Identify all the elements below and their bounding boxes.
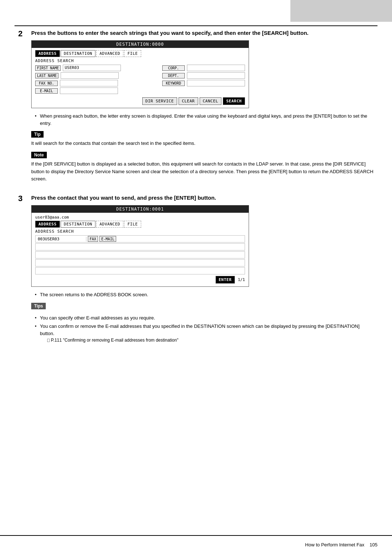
- tab-address-1[interactable]: ADDRESS: [35, 50, 60, 57]
- tip-item-1: You can specify other E-mail addresses a…: [35, 314, 374, 322]
- step-2-bullets: When pressing each button, the letter en…: [35, 113, 374, 127]
- input-faxno[interactable]: [60, 80, 118, 86]
- book-ref-icon: ⎕: [47, 338, 50, 342]
- step-3-bullet-1: The screen returns to the ADDRESS BOOK s…: [35, 291, 374, 298]
- top-rule: [15, 25, 377, 26]
- step-3-bullets: The screen returns to the ADDRESS BOOK s…: [35, 291, 374, 298]
- tab-address-2[interactable]: ADDRESS: [35, 221, 60, 228]
- btn-cancel[interactable]: CANCEL: [200, 97, 222, 105]
- form-right: CORP. DEPT. KEYWORD: [162, 65, 245, 95]
- screen-mockup-1: DESTINATION:0000 ADDRESS DESTINATION ADV…: [31, 40, 249, 108]
- tip-section: Tip It will search for the contacts that…: [31, 131, 374, 147]
- btn-row-1: DIR SERVICE CLEAR CANCEL SEARCH: [35, 97, 245, 105]
- screen-title-2: DESTINATION:0001: [32, 205, 249, 213]
- step-3-content: Press the contact that you want to send,…: [31, 194, 374, 348]
- label-corp: CORP.: [162, 65, 185, 71]
- step-2: 2 Press the buttons to enter the search …: [18, 29, 374, 187]
- note-text: If the [DIR SERVICE] button is displayed…: [31, 160, 374, 183]
- btn-enter[interactable]: ENTER: [216, 276, 235, 284]
- tips-label: Tips: [31, 303, 46, 309]
- form-row-email: E-MAIL: [35, 87, 159, 94]
- input-email[interactable]: [60, 87, 118, 94]
- step-2-title: Press the buttons to enter the search st…: [31, 29, 374, 37]
- tab-advanced-2[interactable]: ADVANCED: [96, 221, 123, 228]
- btn-clear[interactable]: CLEAR: [179, 97, 198, 105]
- section-label-1: ADDRESS SEARCH: [35, 58, 245, 63]
- input-lastname[interactable]: [61, 72, 119, 79]
- label-dept: DEPT.: [162, 73, 185, 78]
- tab-file-2[interactable]: FILE: [124, 221, 141, 228]
- content: 2 Press the buttons to enter the search …: [18, 29, 374, 532]
- step-2-content: Press the buttons to enter the search st…: [31, 29, 374, 187]
- screen-body-2: user03@aaa.com ADDRESS DESTINATION ADVAN…: [32, 213, 249, 286]
- result-row-3[interactable]: [35, 251, 245, 258]
- input-firstname[interactable]: USER03: [63, 65, 121, 71]
- label-lastname: LAST NAME: [35, 73, 58, 78]
- form-row-keyword: KEYWORD: [162, 80, 245, 86]
- page-footer: How to Perform Internet Fax 105: [305, 542, 377, 547]
- tip-item-2: You can confirm or remove the E-mail add…: [35, 323, 374, 343]
- result-row-2[interactable]: [35, 243, 245, 250]
- screen-title-1: DESTINATION:0000: [32, 41, 249, 48]
- form-row-dept: DEPT.: [162, 72, 245, 79]
- tab-destination-2[interactable]: DESTINATION: [61, 221, 95, 228]
- result-row-1[interactable]: 003USER03 FAX E-MAIL: [35, 235, 245, 243]
- section-label-2: ADDRESS SEARCH: [35, 229, 245, 234]
- result-tag-fax[interactable]: FAX: [88, 236, 98, 242]
- input-keyword[interactable]: [187, 80, 245, 86]
- form-row-lastname: LAST NAME: [35, 72, 159, 79]
- tip-text: It will search for the contacts that con…: [31, 140, 374, 147]
- tab-destination-1[interactable]: DESTINATION: [61, 50, 95, 57]
- form-left: FIRST NAME USER03 LAST NAME FAX NO.: [35, 65, 159, 95]
- tips-list: You can specify other E-mail addresses a…: [35, 314, 374, 344]
- step-2-number: 2: [18, 29, 31, 38]
- result-tag-email[interactable]: E-MAIL: [99, 236, 116, 242]
- result-row-5[interactable]: [35, 267, 245, 274]
- top-bar: [290, 0, 392, 22]
- book-ref: ⎕ P.111 "Confirming or removing E-mail a…: [47, 337, 374, 343]
- step-3-title: Press the contact that you want to send,…: [31, 194, 374, 201]
- form-row-faxno: FAX NO.: [35, 80, 159, 86]
- label-firstname: FIRST NAME: [35, 65, 61, 71]
- tab-bar-2: ADDRESS DESTINATION ADVANCED FILE: [35, 221, 245, 228]
- user-email: user03@aaa.com: [35, 215, 245, 220]
- enter-row: ENTER 1/1: [35, 276, 245, 284]
- btn-dir-service[interactable]: DIR SERVICE: [142, 97, 177, 105]
- form-row-firstname: FIRST NAME USER03: [35, 65, 159, 71]
- step-2-bullet-1: When pressing each button, the letter en…: [35, 113, 374, 127]
- tab-advanced-1[interactable]: ADVANCED: [96, 50, 123, 57]
- bottom-rule: [0, 535, 392, 536]
- footer-page: 105: [369, 542, 377, 547]
- note-section: Note If the [DIR SERVICE] button is disp…: [31, 152, 374, 183]
- step-3-number: 3: [18, 194, 31, 203]
- label-faxno: FAX NO.: [35, 81, 58, 86]
- result-name-1: 003USER03: [36, 237, 86, 241]
- label-email: E-MAIL: [35, 88, 58, 94]
- tab-file-1[interactable]: FILE: [124, 50, 141, 57]
- tips-section: Tips You can specify other E-mail addres…: [31, 303, 374, 344]
- label-keyword: KEYWORD: [162, 81, 185, 86]
- result-row-4[interactable]: [35, 259, 245, 266]
- screen-body-1: ADDRESS DESTINATION ADVANCED FILE ADDRES…: [32, 48, 249, 108]
- step-3: 3 Press the contact that you want to sen…: [18, 194, 374, 348]
- note-label: Note: [31, 152, 47, 158]
- form-columns: FIRST NAME USER03 LAST NAME FAX NO.: [35, 65, 245, 95]
- screen-mockup-2: DESTINATION:0001 user03@aaa.com ADDRESS …: [31, 205, 249, 287]
- page-indicator: 1/1: [238, 277, 245, 282]
- form-row-corp: CORP.: [162, 65, 245, 71]
- btn-search[interactable]: SEARCH: [223, 97, 245, 105]
- input-dept[interactable]: [187, 72, 245, 79]
- input-corp[interactable]: [187, 65, 245, 71]
- footer-text: How to Perform Internet Fax: [305, 542, 364, 547]
- tip-label: Tip: [31, 131, 44, 138]
- tab-bar-1: ADDRESS DESTINATION ADVANCED FILE: [35, 50, 245, 57]
